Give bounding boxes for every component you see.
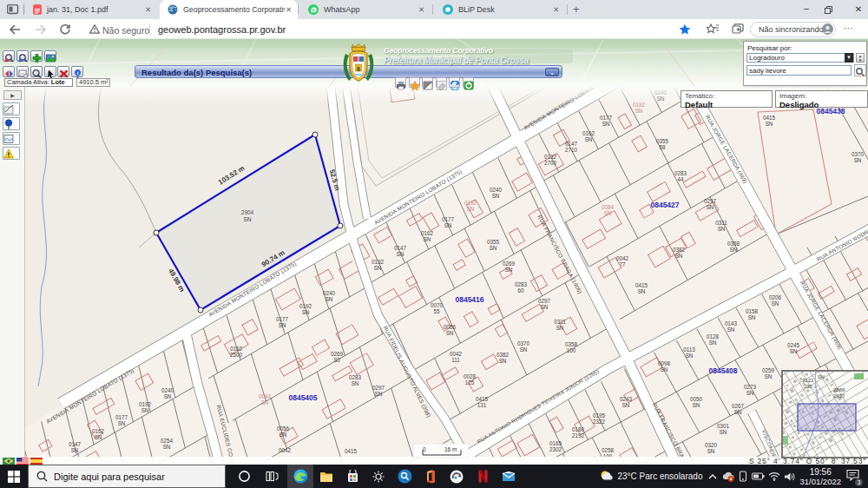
svg-text:SN: SN xyxy=(446,330,454,336)
svg-text:0845416: 0845416 xyxy=(455,295,483,304)
svg-text:0297: 0297 xyxy=(704,198,717,204)
svg-text:SN: SN xyxy=(635,108,643,114)
svg-text:SN: SN xyxy=(243,216,251,222)
svg-text:S 25° 4' 3.74" O 50° 8' 37.53": S 25° 4' 3.74" O 50° 8' 37.53" xyxy=(749,457,866,465)
svg-text:0240: 0240 xyxy=(161,387,174,393)
svg-text:SN: SN xyxy=(602,121,610,127)
svg-text:44: 44 xyxy=(677,176,684,182)
svg-text:60: 60 xyxy=(517,287,524,293)
svg-text:SN: SN xyxy=(585,136,593,142)
svg-text:0147: 0147 xyxy=(565,141,578,147)
svg-text:0162: 0162 xyxy=(92,428,105,434)
svg-text:2192: 2192 xyxy=(572,432,585,439)
svg-text:0158: 0158 xyxy=(746,308,759,314)
svg-text:2302: 2302 xyxy=(549,446,562,452)
svg-text:2710: 2710 xyxy=(565,147,578,153)
svg-text:0177: 0177 xyxy=(442,216,455,222)
svg-text:SN: SN xyxy=(604,210,612,216)
svg-text:0147: 0147 xyxy=(394,245,407,251)
svg-text:SN: SN xyxy=(730,247,738,253)
svg-text:0283: 0283 xyxy=(674,170,687,176)
svg-text:0415: 0415 xyxy=(345,448,358,454)
svg-text:0195: 0195 xyxy=(593,412,606,419)
svg-text:0358: 0358 xyxy=(727,241,740,247)
svg-text:SN: SN xyxy=(444,222,452,228)
svg-text:SN: SN xyxy=(261,399,269,406)
svg-text:0177: 0177 xyxy=(276,316,289,322)
svg-text:2904: 2904 xyxy=(241,209,254,215)
svg-text:SN: SN xyxy=(520,346,528,353)
svg-text:0056: 0056 xyxy=(277,425,290,432)
svg-text:SN: SN xyxy=(693,402,700,408)
svg-text:58: 58 xyxy=(659,144,666,150)
svg-text:0267: 0267 xyxy=(732,403,745,409)
svg-text:0084: 0084 xyxy=(259,393,272,399)
svg-text:S0: S0 xyxy=(333,357,340,363)
svg-text:0132: 0132 xyxy=(544,154,557,160)
svg-text:0206: 0206 xyxy=(769,294,782,300)
svg-text:SN: SN xyxy=(499,358,507,364)
svg-text:SN: SN xyxy=(709,340,717,346)
svg-text:SN: SN xyxy=(302,309,310,315)
svg-text:0415: 0415 xyxy=(476,396,489,402)
svg-text:0042: 0042 xyxy=(616,255,629,261)
svg-text:131: 131 xyxy=(477,402,487,408)
svg-text:0243: 0243 xyxy=(620,396,633,402)
svg-text:SN: SN xyxy=(556,325,564,331)
svg-text:125: 125 xyxy=(465,379,475,386)
svg-text:0358: 0358 xyxy=(565,341,578,347)
svg-text:SN: SN xyxy=(675,253,683,259)
svg-text:2637: 2637 xyxy=(833,393,845,399)
svg-text:SN: SN xyxy=(818,374,825,379)
svg-text:0845405: 0845405 xyxy=(288,393,317,402)
svg-text:SN: SN xyxy=(790,348,798,354)
svg-text:0177: 0177 xyxy=(115,414,128,420)
svg-text:SN: SN xyxy=(95,434,102,440)
svg-text:0165: 0165 xyxy=(549,440,562,446)
svg-text:SN: SN xyxy=(541,304,549,310)
svg-text:0042: 0042 xyxy=(279,447,292,453)
svg-text:SN: SN xyxy=(326,296,333,302)
svg-text:0301: 0301 xyxy=(717,423,730,429)
svg-text:0283: 0283 xyxy=(515,281,528,287)
svg-text:0355: 0355 xyxy=(656,138,669,144)
svg-text:SN: SN xyxy=(279,432,287,438)
svg-text:0050: 0050 xyxy=(690,396,703,402)
svg-text:SN: SN xyxy=(746,390,754,396)
svg-text:SN: SN xyxy=(638,288,646,294)
svg-text:0028: 0028 xyxy=(464,373,477,379)
svg-text:SN: SN xyxy=(118,420,126,426)
svg-text:SN: SN xyxy=(854,157,862,163)
svg-text:0098: 0098 xyxy=(658,360,671,366)
svg-text:SN: SN xyxy=(141,407,149,413)
svg-text:2866: 2866 xyxy=(833,387,845,392)
svg-text:0283: 0283 xyxy=(349,374,362,380)
svg-text:0: 0 xyxy=(423,446,426,452)
svg-text:55: 55 xyxy=(433,308,440,314)
svg-text:0245: 0245 xyxy=(787,342,800,348)
svg-text:SN: SN xyxy=(707,448,715,454)
svg-text:SN: SN xyxy=(71,447,79,453)
svg-text:SN: SN xyxy=(352,380,359,386)
svg-text:100: 100 xyxy=(567,347,576,353)
svg-text:0162: 0162 xyxy=(421,230,434,236)
svg-text:0192: 0192 xyxy=(299,303,312,309)
svg-text:SN: SN xyxy=(686,353,694,359)
svg-text:0382: 0382 xyxy=(496,352,510,358)
svg-text:0180: 0180 xyxy=(572,426,585,432)
svg-text:0258: 0258 xyxy=(602,447,615,453)
svg-text:0056: 0056 xyxy=(444,324,457,330)
svg-text:SN: SN xyxy=(492,193,500,199)
svg-text:0845427: 0845427 xyxy=(650,201,679,209)
svg-text:0297: 0297 xyxy=(372,385,385,391)
svg-text:SN: SN xyxy=(765,373,773,379)
svg-text:0845408: 0845408 xyxy=(708,366,737,375)
svg-text:0070: 0070 xyxy=(431,302,444,308)
svg-text:0269: 0269 xyxy=(503,260,516,267)
svg-text:2700: 2700 xyxy=(544,160,557,166)
svg-text:0240: 0240 xyxy=(323,290,336,296)
svg-text:SN: SN xyxy=(467,206,475,212)
svg-text:SN: SN xyxy=(375,391,383,397)
svg-text:0415: 0415 xyxy=(635,282,648,288)
svg-text:0113: 0113 xyxy=(683,346,695,353)
